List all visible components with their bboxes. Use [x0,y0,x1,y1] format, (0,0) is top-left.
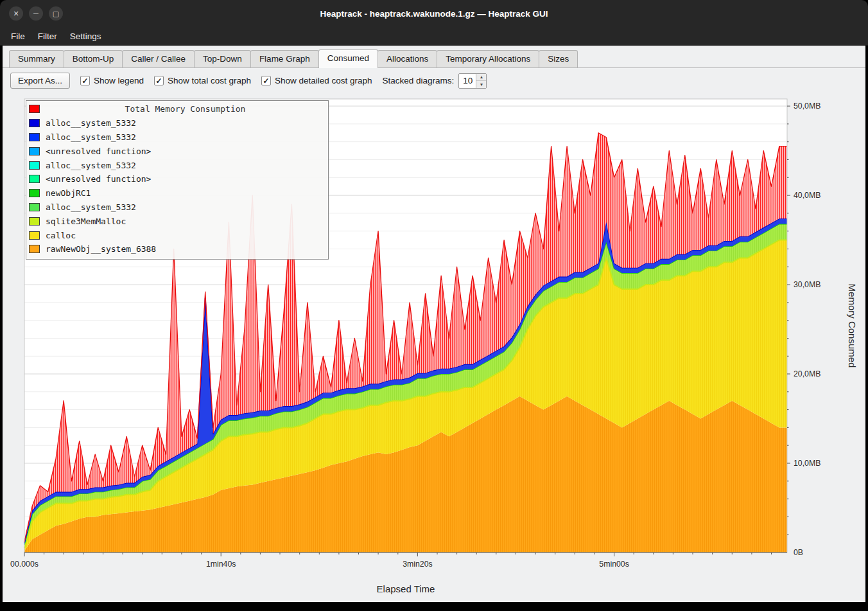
legend-item: alloc__system_5332 [29,158,325,172]
close-button[interactable]: ✕ [9,6,23,21]
legend-swatch [29,203,40,211]
checkbox-group: ✓Show legend✓Show total cost graph✓Show … [80,76,372,85]
legend-item-label: calloc [46,231,76,240]
tab-caller-callee[interactable]: Caller / Callee [122,50,195,67]
legend-item: alloc__system_5332 [29,130,325,145]
app-window: ✕ ─ ▢ Heaptrack - heaptrack.wakunode.1.g… [0,0,868,611]
minimize-icon: ─ [33,10,39,17]
legend-item-label: alloc__system_5332 [46,118,136,128]
checkbox-label: Show detailed cost graph [275,76,372,85]
titlebar: ✕ ─ ▢ Heaptrack - heaptrack.wakunode.1.g… [0,0,868,27]
x-tick-label: 3min20s [403,560,432,569]
stacked-diagrams-value[interactable]: 10 [459,74,476,88]
legend-item: calloc [29,228,325,242]
checkbox-show-legend[interactable]: ✓Show legend [80,76,144,85]
x-tick-label: 00.000s [10,560,39,569]
menu-file[interactable]: File [5,30,31,43]
check-icon: ✓ [156,77,162,85]
y-axis-title: Memory Consumed [847,284,858,368]
check-icon: ✓ [82,77,89,85]
legend-item-label: alloc__system_5332 [46,161,136,170]
close-icon: ✕ [13,10,19,18]
legend-swatch-total [29,105,40,113]
maximize-button[interactable]: ▢ [49,6,63,21]
menubar: FileFilterSettings [0,27,868,46]
legend-swatch [29,231,40,240]
maximize-icon: ▢ [53,10,59,18]
legend-item: <unresolved function> [29,144,325,158]
legend-item-label: alloc__system_5332 [46,202,136,212]
spin-down-button[interactable]: ▼ [476,81,486,88]
y-tick-label: 50,0MB [794,102,820,111]
stacked-diagrams-label: Stacked diagrams: [383,76,455,85]
legend-title: Total Memory Consumption [46,104,325,114]
tab-summary[interactable]: Summary [9,50,64,67]
legend-item-label: alloc__system_5332 [46,132,136,142]
legend-item: alloc__system_5332 [29,200,325,215]
tabbar: SummaryBottom-UpCaller / CalleeTop-DownF… [3,46,865,68]
tab-top-down[interactable]: Top-Down [194,50,251,67]
y-tick-label: 20,0MB [794,369,820,378]
toolbar: Export As... ✓Show legend✓Show total cos… [3,68,865,93]
y-tick-label: 0B [794,548,803,557]
stacked-diagrams-spinbox[interactable]: 10 ▲▼ [458,73,487,89]
legend-item-label: rawNewObj__system_6388 [46,244,156,254]
window-title: Heaptrack - heaptrack.wakunode.1.gz — He… [0,0,868,27]
tab-temporary-allocations[interactable]: Temporary Allocations [437,50,539,67]
legend-item: newObjRC1 [29,186,325,200]
legend-item-label: <unresolved function> [46,146,151,156]
legend-item-label: <unresolved function> [46,174,151,184]
window-controls: ✕ ─ ▢ [9,6,63,21]
x-tick-label: 5min00s [599,560,629,569]
y-tick-label: 40,0MB [794,191,820,200]
tab-allocations[interactable]: Allocations [378,50,437,67]
checkbox-box: ✓ [80,76,90,85]
spin-up-button[interactable]: ▲ [476,74,486,82]
legend-item: alloc__system_5332 [29,116,325,130]
legend-swatch [29,217,40,226]
minimize-button[interactable]: ─ [29,6,43,21]
legend-item-label: sqlite3MemMalloc [46,217,126,226]
x-axis-title: Elapsed Time [377,583,435,594]
legend-swatch [29,175,40,183]
tab-consumed[interactable]: Consumed [318,49,378,68]
legend-swatch [29,189,40,197]
chart-legend: Total Memory Consumptionalloc__system_53… [26,100,329,260]
spinbox-arrows: ▲▼ [476,74,486,88]
menu-filter[interactable]: Filter [32,30,63,43]
checkbox-show-total-cost-graph[interactable]: ✓Show total cost graph [154,76,251,85]
tab-sizes[interactable]: Sizes [539,50,578,67]
menu-settings[interactable]: Settings [64,30,107,43]
legend-item: sqlite3MemMalloc [29,214,325,228]
checkbox-label: Show legend [94,76,144,85]
checkbox-box: ✓ [261,76,271,85]
legend-swatch [29,147,40,155]
checkbox-box: ✓ [154,76,164,85]
legend-item: <unresolved function> [29,172,325,186]
legend-item-label: newObjRC1 [46,188,91,198]
export-as-button[interactable]: Export As... [10,73,70,89]
check-icon: ✓ [263,77,269,85]
legend-item: rawNewObj__system_6388 [29,242,325,256]
checkbox-show-detailed-cost-graph[interactable]: ✓Show detailed cost graph [261,76,372,85]
tab-bottom-up[interactable]: Bottom-Up [64,50,123,67]
chart-area: 00.000s1min40s3min20s5min00s0B10,0MB20,0… [3,94,865,602]
checkbox-label: Show total cost graph [168,76,251,85]
legend-title-row: Total Memory Consumption [29,102,325,116]
tab-flame-graph[interactable]: Flame Graph [250,50,319,67]
legend-swatch [29,133,40,141]
main-content: SummaryBottom-UpCaller / CalleeTop-DownF… [3,46,865,602]
y-tick-label: 10,0MB [794,459,820,468]
legend-swatch [29,245,40,253]
legend-swatch [29,161,40,170]
x-tick-label: 1min40s [206,560,236,569]
legend-swatch [29,119,40,127]
stacked-diagrams-control: Stacked diagrams: 10 ▲▼ [383,73,487,89]
y-tick-label: 30,0MB [794,280,820,289]
